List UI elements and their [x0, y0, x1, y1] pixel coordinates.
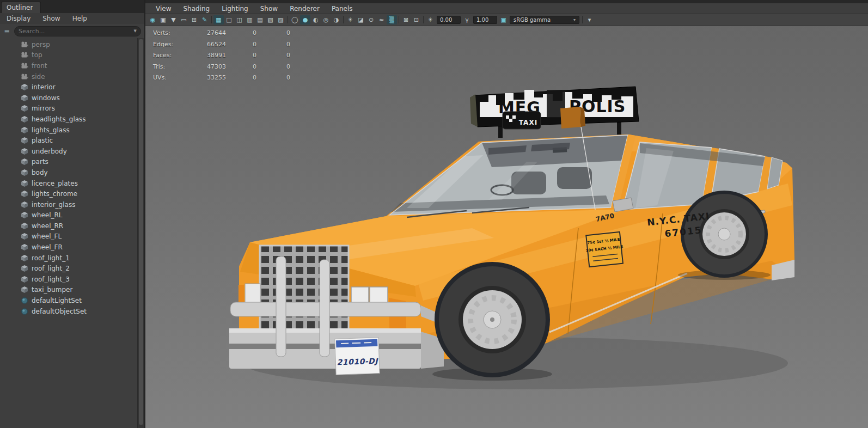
outliner-item-defaultlightset[interactable]: defaultLightSet — [0, 295, 144, 306]
menu-help[interactable]: Help — [72, 15, 87, 22]
search-input[interactable] — [19, 28, 132, 35]
lock-camera-icon[interactable]: ▣ — [158, 15, 168, 25]
wireframe-icon[interactable]: ◯ — [290, 15, 300, 25]
menu-show[interactable]: Show — [254, 5, 284, 13]
license-plate: 21010-DJ — [335, 338, 380, 375]
item-label: interior_glass — [32, 201, 75, 209]
gamma-icon[interactable]: γ — [462, 15, 472, 25]
menu-panels[interactable]: Panels — [326, 5, 359, 13]
outliner-item-interior[interactable]: interior — [0, 82, 144, 93]
search-filter-arrow-icon[interactable]: ▼ — [134, 29, 137, 33]
image-plane-icon[interactable]: ▭ — [179, 15, 189, 25]
menu-shading[interactable]: Shading — [177, 5, 216, 13]
resolution-gate-icon[interactable]: ◫ — [234, 15, 244, 25]
mesh-icon — [21, 211, 28, 219]
chevron-down-icon: ▾ — [573, 17, 576, 22]
color-transform-select[interactable]: sRGB gamma ▾ — [510, 16, 579, 24]
maya-window: Outliner Display Show Help ≡ ▼ persp top… — [0, 0, 868, 428]
viewport-canvas[interactable]: Verts:2764400 Edges:6652400 Faces:389910… — [145, 26, 868, 428]
wireframe-on-shaded-icon[interactable]: ◎ — [321, 15, 331, 25]
outliner-item-lights-glass[interactable]: lights_glass — [0, 125, 144, 136]
outliner-scrollbar[interactable] — [137, 38, 144, 428]
front-wheel[interactable] — [435, 262, 550, 377]
front-grille[interactable] — [260, 246, 349, 338]
outliner-item-wheel-rl[interactable]: wheel_RL — [0, 210, 144, 221]
menu-renderer[interactable]: Renderer — [284, 5, 326, 13]
outliner-item-underbody[interactable]: underbody — [0, 146, 144, 157]
menu-display[interactable]: Display — [7, 15, 30, 22]
gate-mask-icon[interactable]: ▥ — [244, 15, 255, 25]
outliner-item-windows[interactable]: windows — [0, 93, 144, 103]
item-label: lights_chrome — [32, 190, 77, 198]
hud-selected: 0 — [226, 41, 256, 48]
outliner-item-persp[interactable]: persp — [0, 39, 144, 50]
outliner-item-roof-light-2[interactable]: roof_light_2 — [0, 263, 144, 274]
scene-render[interactable]: 21010-DJ — [145, 26, 868, 428]
outliner-item-parts[interactable]: parts — [0, 157, 144, 168]
toolbar-overflow-arrow-icon[interactable]: ▾ — [584, 15, 595, 25]
roof-sign[interactable]: MEG POLIS TAXI — [470, 87, 639, 138]
outliner-tab[interactable]: Outliner — [1, 2, 41, 13]
smooth-shade-icon[interactable]: ● — [300, 15, 310, 25]
mesh-icon — [21, 201, 28, 209]
camera-icon — [21, 51, 28, 59]
bookmarks-icon[interactable]: ▼ — [168, 15, 179, 25]
select-camera-icon[interactable]: ◉ — [148, 15, 158, 25]
menu-view[interactable]: View — [150, 5, 177, 13]
hud-total: 33255 — [187, 74, 226, 81]
safe-action-icon[interactable]: ▧ — [265, 15, 276, 25]
item-label: interior — [32, 83, 56, 91]
item-label: front — [32, 62, 47, 70]
grease-pencil-icon[interactable]: ✎ — [199, 15, 210, 25]
toolbar-divider — [288, 16, 288, 23]
multisampling-icon[interactable]: ▒ — [387, 15, 397, 25]
hud-total: 66524 — [187, 41, 226, 48]
item-label: lights_glass — [32, 126, 70, 134]
outliner-item-licence-plates[interactable]: licence_plates — [0, 178, 144, 189]
color-management-icon[interactable]: ▣ — [498, 15, 509, 25]
outliner-list-icon[interactable]: ≡ — [2, 26, 12, 36]
hud-other: 0 — [256, 74, 290, 81]
item-label: defaultObjectSet — [32, 308, 87, 315]
outliner-item-roof-light-1[interactable]: roof_light_1 — [0, 253, 144, 264]
outliner-item-top[interactable]: top — [0, 50, 144, 61]
menu-show[interactable]: Show — [42, 15, 60, 22]
outliner-item-headlights-glass[interactable]: headlights_glass — [0, 114, 144, 125]
ambient-occlusion-icon[interactable]: ⊙ — [366, 15, 376, 25]
outliner-item-mirrors[interactable]: mirrors — [0, 103, 144, 114]
motion-blur-icon[interactable]: ≈ — [376, 15, 387, 25]
menu-lighting[interactable]: Lighting — [216, 5, 254, 13]
scene-lights-icon[interactable]: ☀ — [345, 15, 356, 25]
outliner-item-side[interactable]: side — [0, 71, 144, 82]
roof-taxi-light[interactable]: TAXI — [503, 112, 541, 129]
outliner-item-wheel-fr[interactable]: wheel_FR — [0, 242, 144, 253]
outliner-item-wheel-fl[interactable]: wheel_FL — [0, 231, 144, 242]
outliner-item-wheel-rr[interactable]: wheel_RR — [0, 221, 144, 231]
taxi-model[interactable]: 21010-DJ — [229, 87, 794, 389]
hud-label: UVs: — [153, 74, 187, 81]
exposure-field[interactable]: 0.00 — [437, 16, 461, 24]
outliner-item-lights-chrome[interactable]: lights_chrome — [0, 188, 144, 199]
item-label: wheel_FR — [32, 243, 63, 251]
outliner-item-interior-glass[interactable]: interior_glass — [0, 199, 144, 210]
outliner-item-body[interactable]: body — [0, 167, 144, 178]
use-default-material-icon[interactable]: ◑ — [331, 15, 341, 25]
outliner-item-front[interactable]: front — [0, 60, 144, 71]
outliner-item-taxi-bumper[interactable]: taxi_bumper — [0, 285, 144, 296]
xray-icon[interactable]: ⊠ — [401, 15, 411, 25]
gamma-field[interactable]: 1.00 — [473, 16, 497, 24]
isolate-select-icon[interactable]: ⊡ — [411, 15, 421, 25]
outliner-item-defaultobjectset[interactable]: defaultObjectSet — [0, 306, 144, 317]
outliner-item-plastic[interactable]: plastic — [0, 135, 144, 146]
shadows-icon[interactable]: ◪ — [356, 15, 366, 25]
film-gate-icon[interactable]: □ — [224, 15, 234, 25]
pan-zoom-icon[interactable]: ⊞ — [189, 15, 199, 25]
grid-icon[interactable]: ▦ — [213, 15, 224, 25]
field-chart-icon[interactable]: ▤ — [255, 15, 265, 25]
scrollbar-thumb[interactable] — [139, 39, 143, 425]
textured-icon[interactable]: ◐ — [310, 15, 321, 25]
outliner-item-roof-light-3[interactable]: roof_light_3 — [0, 274, 144, 285]
exposure-icon[interactable]: ☀ — [425, 15, 436, 25]
safe-title-icon[interactable]: ▨ — [276, 15, 286, 25]
mesh-icon — [21, 222, 28, 230]
